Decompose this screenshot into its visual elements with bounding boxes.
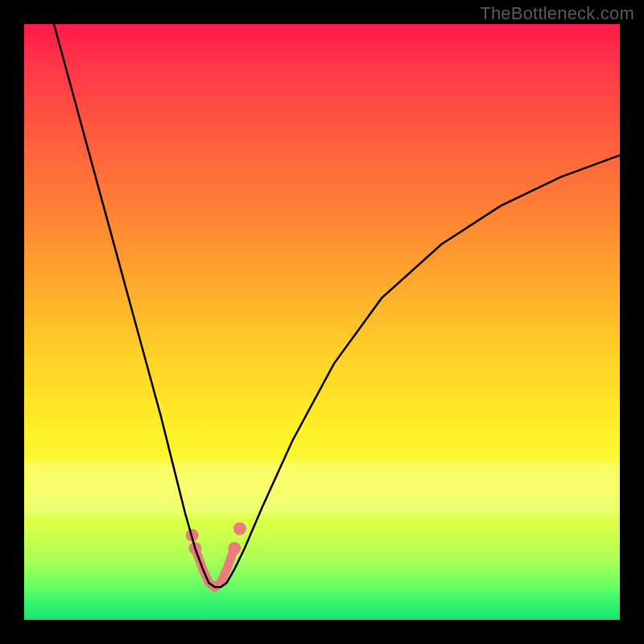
watermark-text: TheBottleneck.com	[480, 3, 634, 24]
salmon-dot	[228, 542, 241, 555]
plot-area	[24, 24, 620, 620]
main-curve-path	[54, 24, 620, 587]
salmon-dot	[233, 522, 246, 535]
chart-frame: TheBottleneck.com	[0, 0, 644, 644]
chart-svg	[24, 24, 620, 620]
